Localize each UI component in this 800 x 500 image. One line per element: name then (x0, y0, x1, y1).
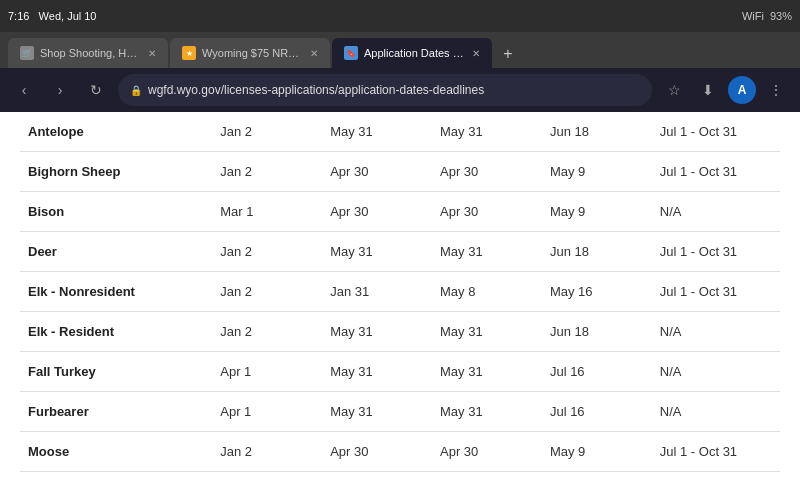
date-cell: May 31 (432, 312, 542, 352)
tab-favicon-shop: 🛒 (20, 46, 34, 60)
menu-icon[interactable]: ⋮ (762, 76, 790, 104)
date-cell: Jan 2 (212, 232, 322, 272)
date-cell: Apr 1 (212, 352, 322, 392)
profile-icon[interactable]: A (728, 76, 756, 104)
omnibar: ‹ › ↻ 🔒 wgfd.wyo.gov/licenses-applicatio… (0, 68, 800, 112)
lock-icon: 🔒 (130, 85, 142, 96)
date-cell: May 31 (432, 392, 542, 432)
table-row: Fall TurkeyApr 1May 31May 31Jul 16N/A (20, 352, 780, 392)
date-cell: N/A (652, 392, 780, 432)
date-cell: Apr 30 (432, 432, 542, 472)
tab-wyoming[interactable]: ★ Wyoming $75 NR app… ✕ (170, 38, 330, 68)
species-cell: Moose (20, 432, 212, 472)
clock-date: Wed, Jul 10 (39, 10, 97, 22)
date-cell: Jul 1 - Oct 31 (652, 232, 780, 272)
date-cell: Jul 1 - Oct 31 (652, 112, 780, 152)
date-cell: May 16 (542, 272, 652, 312)
date-cell: May 31 (432, 232, 542, 272)
url-text: wgfd.wyo.gov/licenses-applications/appli… (148, 83, 640, 97)
date-cell: Jul 1 - Oct 31 (652, 272, 780, 312)
date-cell: Apr 30 (432, 152, 542, 192)
tab-label-application: Application Dates & [ (364, 47, 464, 59)
date-cell: May 8 (432, 272, 542, 312)
tabs-bar: 🛒 Shop Shooting, Hunt… ✕ ★ Wyoming $75 N… (0, 32, 800, 68)
date-cell: N/A (652, 312, 780, 352)
date-cell: Jul 1 - Oct 31 (652, 152, 780, 192)
date-cell: Jan 2 (212, 432, 322, 472)
battery-display: 93% (770, 10, 792, 22)
date-cell: May 9 (542, 152, 652, 192)
species-cell: Furbearer (20, 392, 212, 432)
date-cell: Mar 1 (212, 192, 322, 232)
date-cell: May 31 (322, 392, 432, 432)
refresh-button[interactable]: ↻ (82, 76, 110, 104)
date-cell: May 31 (432, 112, 542, 152)
species-cell: Elk - Nonresident (20, 272, 212, 312)
tab-label-wyoming: Wyoming $75 NR app… (202, 47, 302, 59)
table-row: Elk - NonresidentJan 2Jan 31May 8May 16J… (20, 272, 780, 312)
tab-shop[interactable]: 🛒 Shop Shooting, Hunt… ✕ (8, 38, 168, 68)
date-cell: Jul 16 (542, 352, 652, 392)
date-cell: Apr 1 (212, 392, 322, 432)
date-cell: May 31 (432, 352, 542, 392)
date-cell: May 31 (322, 112, 432, 152)
tab-favicon-wyoming: ★ (182, 46, 196, 60)
time-display: 7:16 Wed, Jul 10 (8, 10, 96, 22)
date-cell: May 9 (542, 432, 652, 472)
title-bar: 7:16 Wed, Jul 10 WiFi 93% (0, 0, 800, 32)
date-cell: Jul 1 - Oct 31 (652, 432, 780, 472)
species-cell: Deer (20, 232, 212, 272)
table-row: DeerJan 2May 31May 31Jun 18Jul 1 - Oct 3… (20, 232, 780, 272)
date-cell: May 31 (322, 312, 432, 352)
date-cell: May 31 (322, 352, 432, 392)
date-cell: Jan 2 (212, 272, 322, 312)
page-content: AntelopeJan 2May 31May 31Jun 18Jul 1 - O… (0, 112, 800, 500)
tab-label-shop: Shop Shooting, Hunt… (40, 47, 140, 59)
species-cell: Elk - Resident (20, 312, 212, 352)
date-cell: Jun 18 (542, 312, 652, 352)
date-cell: Apr 30 (322, 432, 432, 472)
tab-favicon-application: 🔖 (344, 46, 358, 60)
wifi-icon: WiFi (742, 10, 764, 22)
date-cell: N/A (652, 352, 780, 392)
download-icon[interactable]: ⬇ (694, 76, 722, 104)
new-tab-button[interactable]: + (494, 40, 522, 68)
species-cell: Antelope (20, 112, 212, 152)
bookmark-star-icon[interactable]: ☆ (660, 76, 688, 104)
species-cell: Fall Turkey (20, 352, 212, 392)
toolbar-icons: ☆ ⬇ A ⋮ (660, 76, 790, 104)
date-cell: May 9 (542, 192, 652, 232)
tab-application[interactable]: 🔖 Application Dates & [ ✕ (332, 38, 492, 68)
table-row: FurbearerApr 1May 31May 31Jul 16N/A (20, 392, 780, 432)
back-button[interactable]: ‹ (10, 76, 38, 104)
date-cell: Apr 30 (432, 192, 542, 232)
address-bar[interactable]: 🔒 wgfd.wyo.gov/licenses-applications/app… (118, 74, 652, 106)
table-row: Elk - ResidentJan 2May 31May 31Jun 18N/A (20, 312, 780, 352)
date-cell: N/A (652, 192, 780, 232)
table-row: AntelopeJan 2May 31May 31Jun 18Jul 1 - O… (20, 112, 780, 152)
application-dates-table: AntelopeJan 2May 31May 31Jun 18Jul 1 - O… (20, 112, 780, 472)
date-cell: Jan 31 (322, 272, 432, 312)
date-cell: Jun 18 (542, 112, 652, 152)
date-cell: Jul 16 (542, 392, 652, 432)
table-row: Bighorn SheepJan 2Apr 30Apr 30May 9Jul 1… (20, 152, 780, 192)
date-cell: Jan 2 (212, 312, 322, 352)
species-cell: Bighorn Sheep (20, 152, 212, 192)
date-cell: Apr 30 (322, 192, 432, 232)
table-row: BisonMar 1Apr 30Apr 30May 9N/A (20, 192, 780, 232)
table-row: MooseJan 2Apr 30Apr 30May 9Jul 1 - Oct 3… (20, 432, 780, 472)
date-cell: Jun 18 (542, 232, 652, 272)
tab-close-wyoming[interactable]: ✕ (310, 48, 318, 59)
clock-time: 7:16 (8, 10, 29, 22)
date-cell: May 31 (322, 232, 432, 272)
date-cell: Jan 2 (212, 152, 322, 192)
date-cell: Apr 30 (322, 152, 432, 192)
forward-button[interactable]: › (46, 76, 74, 104)
tab-close-shop[interactable]: ✕ (148, 48, 156, 59)
date-cell: Jan 2 (212, 112, 322, 152)
species-cell: Bison (20, 192, 212, 232)
tab-close-application[interactable]: ✕ (472, 48, 480, 59)
